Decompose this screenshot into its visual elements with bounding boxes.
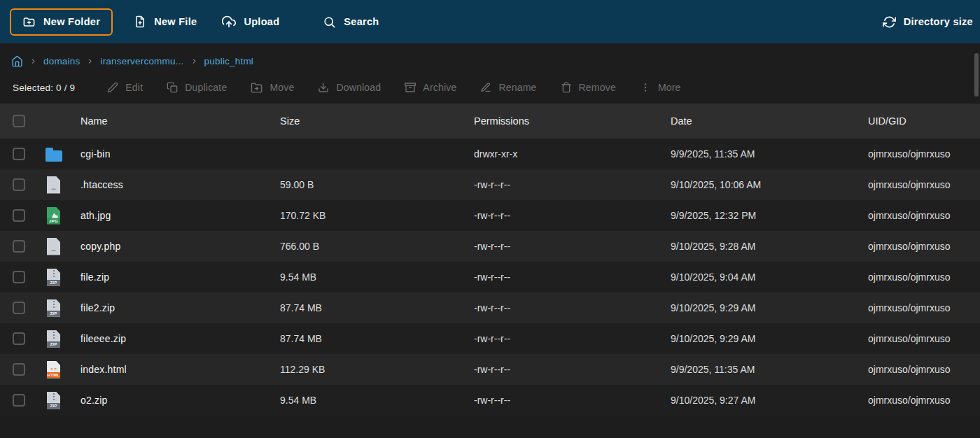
file-name[interactable]: fileeee.zip	[80, 333, 280, 344]
rename-button[interactable]: Rename	[480, 82, 536, 93]
topbar: New Folder New File Upload Search Direct	[0, 0, 980, 43]
row-checkbox[interactable]	[13, 271, 25, 283]
column-header-size[interactable]: Size	[280, 115, 474, 127]
upload-label: Upload	[244, 16, 279, 27]
file-list: cgi-bin drwxr-xr-x 9/9/2025, 11:35 AM oj…	[0, 139, 980, 416]
remove-button[interactable]: Remove	[561, 82, 616, 93]
new-file-button[interactable]: New File	[125, 9, 205, 34]
table-row[interactable]: copy.php 766.00 B -rw-r--r-- 9/10/2025, …	[0, 231, 980, 262]
file-date: 9/9/2025, 12:32 PM	[671, 210, 868, 221]
column-header-date[interactable]: Date	[671, 115, 868, 127]
file-name[interactable]: ath.jpg	[80, 210, 280, 221]
file-name[interactable]: index.html	[80, 364, 280, 375]
column-header-permissions[interactable]: Permissions	[474, 115, 671, 127]
vertical-scrollbar[interactable]	[974, 53, 979, 97]
file-uid-gid: ojmrxuso/ojmrxuso	[868, 148, 980, 160]
row-checkbox[interactable]	[13, 394, 25, 407]
sync-icon	[883, 15, 896, 29]
search-label: Search	[344, 16, 379, 27]
selection-toolbar: Selected: 0 / 9 Edit Duplicate Move Down…	[0, 71, 980, 104]
row-checkbox[interactable]	[13, 363, 25, 376]
zip-file-icon: ZIP	[47, 299, 60, 317]
file-permissions: -rw-r--r--	[474, 302, 671, 313]
row-checkbox[interactable]	[13, 209, 25, 222]
file-uid-gid: ojmrxuso/ojmrxuso	[868, 179, 980, 190]
archive-button[interactable]: Archive	[405, 82, 456, 93]
more-button[interactable]: More	[640, 82, 681, 93]
column-header-uid-gid[interactable]: UID/GID	[868, 115, 980, 127]
download-icon	[318, 82, 329, 93]
file-name[interactable]: copy.php	[80, 241, 280, 252]
file-size: 87.74 MB	[280, 333, 474, 344]
select-all-checkbox[interactable]	[13, 115, 25, 127]
move-button[interactable]: Move	[251, 82, 294, 94]
zip-file-icon: ZIP	[47, 269, 60, 286]
breadcrumb: domains iranservercommu... public_html	[0, 43, 980, 71]
table-row[interactable]: ZIP o2.zip 9.54 MB -rw-r--r-- 9/10/2025,…	[0, 385, 980, 416]
chevron-right-icon	[87, 58, 93, 64]
chevron-right-icon	[30, 58, 36, 64]
edit-label: Edit	[125, 82, 143, 93]
breadcrumb-item-domain[interactable]: iranservercommu...	[100, 56, 183, 66]
edit-icon	[107, 82, 118, 93]
file-name[interactable]: file.zip	[80, 271, 280, 283]
row-checkbox[interactable]	[13, 240, 25, 253]
file-permissions: -rw-r--r--	[474, 210, 671, 221]
file-name[interactable]: .htaccess	[80, 179, 280, 190]
column-header-name[interactable]: Name	[80, 115, 280, 127]
file-name[interactable]: file2.zip	[80, 302, 280, 313]
row-checkbox[interactable]	[13, 302, 25, 314]
file-date: 9/9/2025, 11:35 AM	[671, 364, 868, 375]
move-icon	[251, 82, 262, 94]
file-type-badge: HTML	[47, 372, 60, 378]
breadcrumb-item-domains[interactable]: domains	[43, 56, 80, 66]
file-uid-gid: ojmrxuso/ojmrxuso	[868, 271, 980, 283]
row-checkbox[interactable]	[13, 332, 25, 345]
breadcrumb-item-public-html[interactable]: public_html	[204, 56, 254, 66]
row-checkbox[interactable]	[13, 148, 25, 160]
table-row[interactable]: ZIP file.zip 9.54 MB -rw-r--r-- 9/10/202…	[0, 262, 980, 292]
html-file-icon: HTML	[47, 361, 60, 379]
file-manager: New Folder New File Upload Search Direct	[0, 0, 980, 416]
archive-label: Archive	[423, 82, 456, 93]
table-row[interactable]: ZIP fileeee.zip 87.74 MB -rw-r--r-- 9/10…	[0, 323, 980, 354]
upload-button[interactable]: Upload	[214, 8, 288, 35]
file-uid-gid: ojmrxuso/ojmrxuso	[868, 210, 980, 221]
file-type-badge: ZIP	[47, 341, 60, 347]
duplicate-button[interactable]: Duplicate	[167, 82, 227, 93]
directory-size-button[interactable]: Directory size	[874, 9, 980, 35]
file-date: 9/10/2025, 9:29 AM	[671, 302, 868, 313]
file-date: 9/10/2025, 9:27 AM	[671, 395, 868, 406]
file-file-icon	[47, 176, 60, 194]
file-size: 9.54 MB	[280, 395, 474, 406]
table-row[interactable]: ZIP file2.zip 87.74 MB -rw-r--r-- 9/10/2…	[0, 292, 980, 323]
table-row[interactable]: HTML index.html 112.29 KB -rw-r--r-- 9/9…	[0, 354, 980, 385]
table-row[interactable]: JPG ath.jpg 170.72 KB -rw-r--r-- 9/9/202…	[0, 200, 980, 231]
file-size: 112.29 KB	[280, 364, 474, 375]
search-button[interactable]: Search	[314, 9, 387, 35]
search-icon	[323, 15, 336, 29]
file-permissions: -rw-r--r--	[474, 241, 671, 252]
rename-label: Rename	[498, 82, 536, 93]
file-name[interactable]: o2.zip	[80, 395, 280, 406]
duplicate-icon	[167, 82, 178, 93]
home-icon[interactable]	[11, 55, 23, 67]
download-label: Download	[336, 82, 381, 93]
table-row[interactable]: .htaccess 59.00 B -rw-r--r-- 9/10/2025, …	[0, 169, 980, 200]
move-label: Move	[270, 82, 294, 93]
file-size: 9.54 MB	[280, 271, 474, 283]
edit-button[interactable]: Edit	[107, 82, 143, 93]
file-date: 9/10/2025, 9:04 AM	[671, 271, 868, 283]
file-table: Name Size Permissions Date UID/GID cgi-b…	[0, 104, 980, 416]
file-permissions: -rw-r--r--	[474, 395, 671, 406]
zip-file-icon: ZIP	[47, 392, 60, 409]
file-name[interactable]: cgi-bin	[80, 148, 280, 160]
download-button[interactable]: Download	[318, 82, 381, 93]
table-row[interactable]: cgi-bin drwxr-xr-x 9/9/2025, 11:35 AM oj…	[0, 139, 980, 169]
new-folder-button[interactable]: New Folder	[10, 8, 113, 36]
file-date: 9/9/2025, 11:35 AM	[671, 148, 868, 160]
row-checkbox[interactable]	[13, 178, 25, 191]
file-size: 766.00 B	[280, 241, 474, 252]
file-size: 170.72 KB	[280, 210, 474, 221]
new-file-label: New File	[154, 16, 197, 27]
